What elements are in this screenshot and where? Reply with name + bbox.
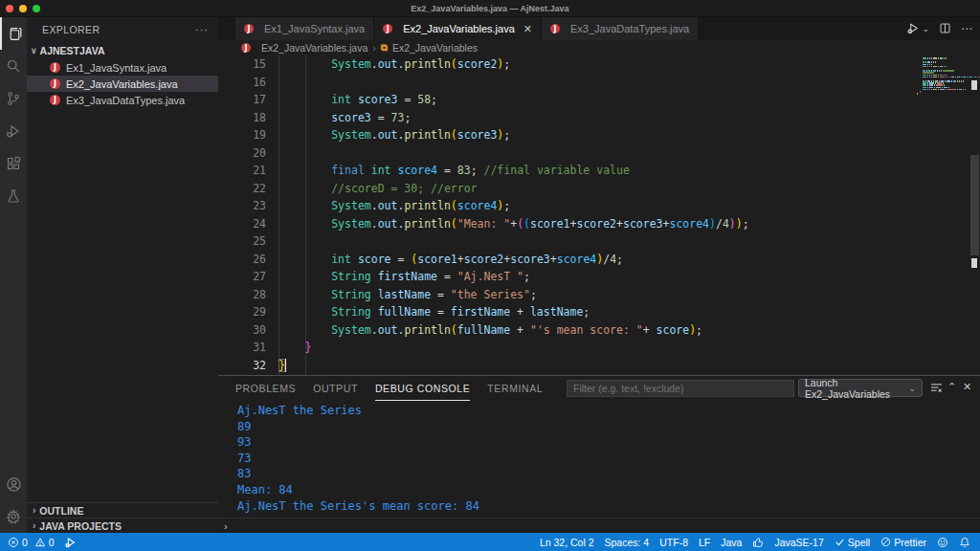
debug-console-input-row[interactable]: › <box>218 518 980 533</box>
account-icon[interactable] <box>0 468 27 500</box>
code-line-21[interactable]: 21final int score4 = 83; //final variabl… <box>218 162 980 180</box>
status-feedback[interactable] <box>937 537 948 548</box>
status-javase-17[interactable]: JavaSE-17 <box>774 537 823 548</box>
status-bar: 0 0 Ln 32, Col 2Spaces: 4UTF-8LFJavaJava… <box>0 533 980 551</box>
problems-status[interactable]: 0 0 <box>8 537 55 548</box>
tab-ex3-javadatatypes-java[interactable]: JEx3_JavaDataTypes.java <box>542 17 699 40</box>
scrollbar-thumb[interactable] <box>970 155 979 255</box>
explorer-icon[interactable] <box>0 17 27 50</box>
console-line: Aj.NesT the Series <box>237 403 980 419</box>
run-java-button[interactable]: ⌄ <box>906 21 929 35</box>
testing-icon[interactable] <box>0 180 27 212</box>
line-number: 17 <box>218 91 266 109</box>
explorer-more-actions-icon[interactable]: ··· <box>195 24 209 35</box>
code-line-20[interactable]: 20 <box>218 144 980 163</box>
line-number: 24 <box>218 215 266 233</box>
line-number: 15 <box>218 55 266 74</box>
console-line: Mean: 84 <box>237 482 980 498</box>
debug-console-output[interactable]: Aj.NesT the Series89937383Mean: 84Aj.Nes… <box>218 403 980 512</box>
source-control-icon[interactable] <box>0 82 27 115</box>
close-panel-button[interactable]: ✕ <box>963 381 971 393</box>
minimap[interactable] <box>917 57 967 95</box>
code-line-27[interactable]: 27String firstName = "Aj.NesT "; <box>218 268 980 286</box>
file-item-ex2-javavariables-java[interactable]: JEx2_JavaVariables.java <box>27 76 218 92</box>
java-file-icon: J <box>50 95 60 105</box>
code-line-28[interactable]: 28String lastName = "the Series"; <box>218 286 980 304</box>
code-line-24[interactable]: 24System.out.println("Mean: "+((score1+s… <box>218 215 980 233</box>
check-icon <box>835 537 845 547</box>
run-dropdown-chevron-icon[interactable]: ⌄ <box>922 24 929 33</box>
status-spaces-4[interactable]: Spaces: 4 <box>605 537 650 548</box>
settings-gear-icon[interactable] <box>0 500 27 533</box>
status-ln-32-col-2[interactable]: Ln 32, Col 2 <box>540 537 594 548</box>
folder-ajnestjava[interactable]: ∨ AJNESTJAVA <box>27 42 218 59</box>
console-line: Aj.NesT the Series's mean score: 84 <box>237 498 980 515</box>
code-line-17[interactable]: 17int score3 = 58; <box>218 91 980 109</box>
explorer-sidebar: EXPLORER ··· ∨ AJNESTJAVA JEx1_JavaSynta… <box>27 17 218 533</box>
line-number: 25 <box>218 232 266 251</box>
status-spell[interactable]: Spell <box>835 537 870 548</box>
split-editor-button[interactable] <box>939 22 951 34</box>
clear-console-button[interactable] <box>930 383 943 393</box>
code-line-32[interactable]: 32} <box>218 357 980 375</box>
panel-tab-problems[interactable]: PROBLEMS <box>235 376 296 401</box>
code-line-26[interactable]: 26int score = (score1+score2+score3+scor… <box>218 251 980 269</box>
explorer-title: EXPLORER <box>42 24 100 35</box>
java-run-status-button[interactable] <box>64 536 78 549</box>
java-file-icon: J <box>241 43 251 53</box>
maximize-panel-button[interactable]: ⌃ <box>947 381 956 393</box>
close-tab-icon[interactable]: ✕ <box>523 23 532 35</box>
section-outline[interactable]: ›OUTLINE <box>27 502 218 518</box>
file-item-ex1-javasyntax-java[interactable]: JEx1_JavaSyntax.java <box>27 59 218 76</box>
status-java[interactable]: Java <box>721 537 742 548</box>
code-line-22[interactable]: 22//scoreD = 30; //error <box>218 180 980 198</box>
tab-ex2-javavariables-java[interactable]: JEx2_JavaVariables.java✕ <box>374 17 542 40</box>
folder-label: AJNESTJAVA <box>40 45 105 56</box>
debug-filter-input[interactable] <box>567 380 794 397</box>
clear-console-icon <box>930 383 943 393</box>
editor-more-actions-button[interactable]: ⋯ <box>961 22 972 35</box>
code-line-19[interactable]: 19System.out.println(score3); <box>218 126 980 144</box>
java-file-icon: J <box>550 24 560 33</box>
breadcrumb-separator: › <box>372 42 376 54</box>
line-number: 30 <box>218 321 266 340</box>
code-line-18[interactable]: 18score3 = 73; <box>218 109 980 127</box>
code-line-30[interactable]: 30System.out.println(fullName + "'s mean… <box>218 321 980 340</box>
window-title: Ex2_JavaVariables.java — AjNest.Java <box>0 4 980 13</box>
breadcrumb: J Ex2_JavaVariables.java › ⧉ Ex2_JavaVar… <box>218 40 980 55</box>
status-prettier[interactable]: Prettier <box>880 537 926 548</box>
panel-tab-terminal[interactable]: TERMINAL <box>487 376 543 401</box>
code-line-15[interactable]: 15System.out.println(score2); <box>218 55 980 74</box>
status-bell[interactable] <box>959 537 970 548</box>
status-utf-8[interactable]: UTF-8 <box>659 537 688 548</box>
code-line-16[interactable]: 16 <box>218 74 980 92</box>
code-line-23[interactable]: 23System.out.println(score4); <box>218 197 980 215</box>
status-lf[interactable]: LF <box>699 537 710 548</box>
file-item-ex3-javadatatypes-java[interactable]: JEx3_JavaDataTypes.java <box>27 92 218 108</box>
panel-tab-output[interactable]: OUTPUT <box>313 376 358 401</box>
chevron-right-icon: › <box>33 520 35 531</box>
code-line-31[interactable]: 31} <box>218 339 980 357</box>
line-number: 29 <box>218 303 266 321</box>
chevron-right-icon: › <box>33 505 35 516</box>
section-java-projects[interactable]: ›JAVA PROJECTS <box>27 518 218 533</box>
extensions-icon[interactable] <box>0 147 27 180</box>
editor-scrollbar[interactable] <box>969 55 980 375</box>
breadcrumb-file[interactable]: Ex2_JavaVariables.java <box>261 42 368 54</box>
panel-tab-debug-console[interactable]: DEBUG CONSOLE <box>375 376 470 401</box>
java-file-icon: J <box>383 24 392 33</box>
launch-configuration-select[interactable]: Launch Ex2_JavaVariables ⌄ <box>798 379 923 397</box>
code-line-25[interactable]: 25 <box>218 232 980 251</box>
search-icon[interactable] <box>0 50 27 82</box>
java-file-icon: J <box>50 78 60 89</box>
code-line-29[interactable]: 29String fullName = firstName + lastName… <box>218 303 980 321</box>
line-number: 26 <box>218 251 266 269</box>
run-java-icon <box>64 536 78 549</box>
breadcrumb-symbol[interactable]: Ex2_JavaVariables <box>392 42 478 54</box>
activity-bar <box>0 17 27 533</box>
line-number: 16 <box>218 74 266 92</box>
run-debug-icon[interactable] <box>0 115 27 147</box>
tab-ex1-javasyntax-java[interactable]: JEx1_JavaSyntax.java <box>235 17 374 40</box>
status-thumbs-up[interactable] <box>752 537 764 548</box>
code-editor[interactable]: 15System.out.println(score2);1617int sco… <box>218 55 980 375</box>
